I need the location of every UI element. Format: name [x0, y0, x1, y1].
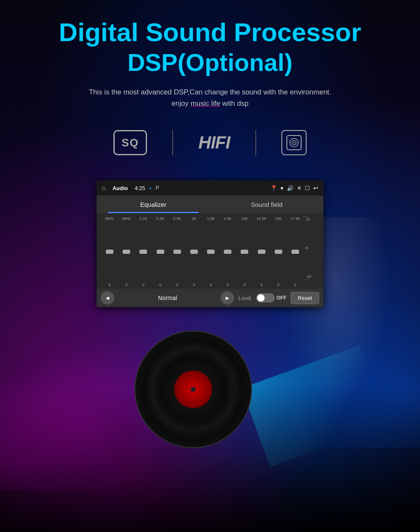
scale-line-mid [303, 248, 309, 248]
slider-container-05k [173, 222, 181, 281]
time-display: 4:25 [135, 185, 145, 191]
slider-container-1k [190, 222, 198, 281]
eq-slider-175k[interactable] [291, 224, 299, 279]
vinyl-label [174, 370, 212, 408]
eq-band-15kk: 15K 0 [270, 216, 286, 287]
slider-container-10k [241, 222, 248, 281]
eq-slider-125k[interactable] [258, 224, 265, 279]
location-icon: 📍 [270, 185, 277, 191]
slider-container-25k [224, 222, 231, 281]
title-line2: DSP(Optional) [59, 48, 361, 77]
main-content: Digital Sound Processor DSP(Optional) Th… [0, 0, 420, 307]
subtitle-prefix: enjoy [171, 99, 190, 107]
band-label-15kk: 15K [275, 216, 282, 221]
band-label-15k: 1.5K [207, 216, 215, 221]
close-icon[interactable]: ✕ [297, 185, 302, 191]
slider-container-15kk [275, 222, 282, 281]
sq-icon: SQ [113, 130, 147, 155]
subtitle-suffix: with dsp [220, 99, 249, 107]
eq-slider-60hz[interactable] [106, 224, 113, 279]
tab-bar: Equalizer Sound field [97, 196, 323, 213]
eq-band-15k: 1.5K 0 [203, 216, 219, 287]
eq-band-05k: 0.5K 0 [169, 216, 185, 287]
eq-band-80hz: 80Hz 0 [118, 216, 134, 287]
band-label-60hz: 60Hz [105, 216, 114, 221]
hifi-icon: HIFI [198, 133, 230, 153]
band-value-80hz: 0 [126, 283, 128, 287]
eq-bands-row: 60Hz 0 80Hz 0 0.1K [102, 216, 318, 287]
prev-button[interactable]: ◄ [101, 291, 114, 305]
p-label: P [156, 185, 159, 191]
status-icons-right: 📍 ▾ 🔊 ✕ ☐ ↩ [270, 185, 318, 191]
slider-container-80hz [123, 222, 130, 281]
window-icon[interactable]: ☐ [305, 185, 310, 191]
eq-slider-15kk[interactable] [275, 224, 282, 279]
band-value-125k: 0 [260, 283, 262, 287]
equalizer-section: 60Hz 0 80Hz 0 0.1K [97, 213, 323, 289]
slider-container-175k [291, 222, 299, 281]
band-value-175k: 0 [294, 283, 296, 287]
vinyl-center-hole [191, 387, 196, 392]
scale-line-bot [303, 279, 309, 279]
subtitle-line1: This is the most advanced DSP,Can change… [89, 86, 331, 98]
eq-slider-10k[interactable] [241, 224, 248, 279]
next-button[interactable]: ► [220, 291, 234, 305]
eq-band-02k: 0.2K 0 [152, 216, 168, 287]
toggle-knob [257, 294, 265, 302]
eq-band-60hz: 60Hz 0 [102, 216, 118, 287]
subtitle-line2: enjoy music life with dsp [89, 98, 331, 109]
eq-slider-02k[interactable] [157, 224, 164, 279]
eq-slider-05k[interactable] [173, 224, 181, 279]
band-value-15kk: 0 [277, 283, 279, 287]
toggle-track[interactable] [256, 293, 275, 303]
eq-slider-1k[interactable] [190, 224, 198, 279]
eq-band-125k: 12.5K 0 [254, 216, 270, 287]
band-label-05k: 0.5K [173, 216, 181, 221]
icon-divider-1 [172, 130, 173, 155]
home-icon[interactable]: ⌂ [102, 184, 106, 192]
audio-panel: ⌂ Audio 4:25 ● P 📍 ▾ 🔊 ✕ ☐ ↩ Equalizer S… [97, 180, 323, 307]
audio-label: Audio [113, 185, 128, 191]
band-label-01k: 0.1K [139, 216, 147, 221]
band-label-1k: 1K [192, 216, 196, 221]
signal-icon: ▾ [281, 185, 284, 191]
slider-container-15k [207, 222, 215, 281]
eq-slider-15k[interactable] [207, 224, 215, 279]
reset-button[interactable]: Reset [291, 292, 319, 304]
slider-container-01k [139, 222, 147, 281]
eq-band-10k: 10K 0 [236, 216, 252, 287]
band-value-1k: 0 [193, 283, 195, 287]
subtitle-highlighted: music life [191, 99, 220, 107]
page-title-block: Digital Sound Processor DSP(Optional) [59, 0, 361, 81]
eq-band-1k: 1K 0 [186, 216, 202, 287]
svg-point-3 [293, 142, 294, 143]
eq-slider-25k[interactable] [224, 224, 231, 279]
band-value-25k: 0 [227, 283, 229, 287]
band-value-60hz: 0 [109, 283, 111, 287]
tab-sound-field[interactable]: Sound field [210, 196, 323, 213]
band-value-05k: 0 [176, 283, 178, 287]
back-icon[interactable]: ↩ [313, 185, 318, 191]
eq-slider-80hz[interactable] [123, 224, 130, 279]
title-line1: Digital Sound Processor [59, 17, 361, 48]
icon-divider-2 [255, 130, 256, 155]
eq-band-175k: 17.5K 0 [287, 216, 303, 287]
band-label-10k: 10K [241, 216, 248, 221]
eq-slider-01k[interactable] [139, 224, 147, 279]
band-value-15k: 0 [210, 283, 212, 287]
slider-container-60hz [106, 222, 113, 281]
loud-label: Loud: [238, 295, 252, 301]
band-label-80hz: 80Hz [122, 216, 131, 221]
slider-container-02k [157, 222, 164, 281]
tab-equalizer[interactable]: Equalizer [97, 196, 210, 213]
slider-container-125k [258, 222, 265, 281]
band-value-02k: 0 [159, 283, 161, 287]
vinyl-disk [134, 331, 252, 448]
mode-label: Normal [118, 295, 216, 301]
loud-toggle[interactable]: OFF [256, 293, 286, 303]
band-value-10k: 0 [244, 283, 246, 287]
eq-band-01k: 0.1K 0 [135, 216, 151, 287]
eq-scale: 10 0 -10 [306, 216, 318, 279]
band-label-175k: 17.5K [290, 216, 300, 221]
band-label-125k: 12.5K [257, 216, 267, 221]
